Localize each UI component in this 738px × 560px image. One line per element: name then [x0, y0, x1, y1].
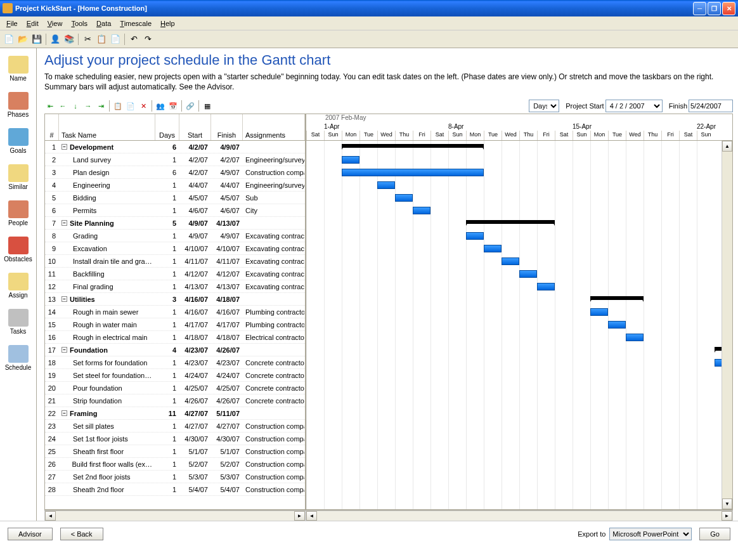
- task-row[interactable]: 22 −Framing 11 4/27/07 5/11/07: [45, 407, 305, 420]
- scroll-right-icon[interactable]: ►: [722, 511, 732, 521]
- task-row[interactable]: 5 Bidding 1 4/5/07 4/5/07 Sub: [45, 192, 305, 204]
- scroll-left-icon[interactable]: ◄: [306, 511, 317, 521]
- back-button[interactable]: < Back: [60, 528, 103, 540]
- finish-cell[interactable]: 4/16/07: [211, 308, 243, 316]
- menu-timescale[interactable]: Timescale: [116, 18, 155, 29]
- task-row[interactable]: 2 Land survey 1 4/2/07 4/2/07 Engineerin…: [45, 153, 305, 166]
- task-row[interactable]: 14 Rough in main sewer 1 4/16/07 4/16/07…: [45, 306, 305, 318]
- start-cell[interactable]: 4/27/07: [179, 422, 211, 430]
- chart-body[interactable]: [306, 141, 732, 509]
- task-row[interactable]: 15 Rough in water main 1 4/17/07 4/17/07…: [45, 318, 305, 331]
- sidebar-item-goals[interactable]: Goals: [0, 124, 36, 160]
- finish-cell[interactable]: 4/26/07: [211, 397, 243, 405]
- start-cell[interactable]: 4/27/07: [179, 410, 211, 417]
- days-cell[interactable]: 1: [155, 473, 179, 481]
- task-name-cell[interactable]: Pour foundation: [59, 384, 155, 392]
- copy-button[interactable]: 📋: [95, 33, 108, 46]
- assignment-cell[interactable]: Excavating contractor: [243, 283, 305, 290]
- task-name-cell[interactable]: Build first floor walls (ex…: [59, 460, 155, 468]
- task-row[interactable]: 12 Final grading 1 4/13/07 4/13/07 Excav…: [45, 280, 305, 293]
- task-name-cell[interactable]: −Site Planning: [59, 219, 155, 227]
- task-row[interactable]: 1 −Development 6 4/2/07 4/9/07: [45, 141, 305, 153]
- nav-today-icon[interactable]: ↓: [70, 100, 81, 112]
- open-button[interactable]: 📂: [16, 33, 29, 46]
- days-cell[interactable]: 1: [155, 321, 179, 329]
- task-row[interactable]: 7 −Site Planning 5 4/9/07 4/13/07: [45, 217, 305, 230]
- collapse-icon[interactable]: −: [62, 220, 67, 226]
- finish-cell[interactable]: 4/18/07: [211, 296, 243, 303]
- task-name-cell[interactable]: Final grading: [59, 283, 155, 290]
- finish-input[interactable]: [689, 100, 733, 112]
- finish-cell[interactable]: 4/5/07: [211, 194, 243, 202]
- finish-cell[interactable]: 4/26/07: [211, 346, 243, 354]
- sidebar-item-similar[interactable]: Similar: [0, 160, 36, 197]
- minimize-button[interactable]: ─: [693, 2, 706, 15]
- resource-icon[interactable]: 👥: [155, 100, 166, 112]
- assignment-cell[interactable]: Sub: [243, 194, 305, 202]
- finish-cell[interactable]: 4/27/07: [211, 422, 243, 430]
- library-button[interactable]: 📚: [63, 33, 75, 46]
- days-cell[interactable]: 1: [155, 460, 179, 468]
- finish-cell[interactable]: 4/23/07: [211, 359, 243, 367]
- start-cell[interactable]: 4/4/07: [179, 181, 211, 189]
- col-header-start[interactable]: Start: [179, 114, 211, 140]
- grid-icon[interactable]: ▦: [202, 100, 213, 112]
- task-name-cell[interactable]: Strip foundation: [59, 397, 155, 405]
- task-name-cell[interactable]: Excavation: [59, 245, 155, 252]
- menu-edit[interactable]: Edit: [23, 18, 42, 29]
- start-cell[interactable]: 4/30/07: [179, 435, 211, 443]
- days-cell[interactable]: 1: [155, 232, 179, 240]
- menu-file[interactable]: File: [3, 18, 22, 29]
- finish-cell[interactable]: 4/4/07: [211, 181, 243, 189]
- calendar-icon[interactable]: 📅: [167, 100, 179, 112]
- insert-icon[interactable]: 📄: [125, 100, 136, 112]
- start-cell[interactable]: 4/13/07: [179, 283, 211, 290]
- col-header-finish[interactable]: Finish: [211, 114, 243, 140]
- task-row[interactable]: 20 Pour foundation 1 4/25/07 4/25/07 Con…: [45, 382, 305, 394]
- advisor-button[interactable]: 👤: [49, 33, 62, 46]
- task-row[interactable]: 8 Grading 1 4/9/07 4/9/07 Excavating con…: [45, 230, 305, 242]
- sidebar-item-phases[interactable]: Phases: [0, 88, 36, 124]
- task-name-cell[interactable]: Set 2nd floor joists: [59, 473, 155, 481]
- summary-bar[interactable]: [342, 144, 484, 148]
- scroll-up-icon[interactable]: ▲: [722, 141, 732, 152]
- col-header-name[interactable]: Task Name: [59, 114, 155, 140]
- start-cell[interactable]: 4/16/07: [179, 308, 211, 316]
- task-name-cell[interactable]: Set steel for foundation…: [59, 372, 155, 379]
- assignment-cell[interactable]: Excavating contractor: [243, 245, 305, 252]
- task-name-cell[interactable]: Bidding: [59, 194, 155, 202]
- finish-cell[interactable]: 5/3/07: [211, 473, 243, 481]
- task-name-cell[interactable]: Set 1st floor joists: [59, 435, 155, 443]
- finish-cell[interactable]: 4/25/07: [211, 384, 243, 392]
- days-cell[interactable]: 6: [155, 169, 179, 176]
- col-header-assign[interactable]: Assignments: [243, 114, 305, 140]
- task-row[interactable]: 11 Backfilling 1 4/12/07 4/12/07 Excavat…: [45, 268, 305, 280]
- vertical-scrollbar[interactable]: ▲ ▼: [722, 141, 732, 509]
- task-bar[interactable]: [484, 245, 502, 252]
- new-button[interactable]: 📄: [3, 33, 15, 46]
- assignment-cell[interactable]: Engineering/surveyors: [243, 156, 305, 164]
- days-cell[interactable]: 3: [155, 296, 179, 303]
- finish-cell[interactable]: 4/17/07: [211, 321, 243, 329]
- nav-first-icon[interactable]: ⇤: [44, 100, 56, 112]
- assignment-cell[interactable]: Construction company: [243, 435, 305, 443]
- days-cell[interactable]: 1: [155, 486, 179, 493]
- days-cell[interactable]: 11: [155, 410, 179, 417]
- advisor-button[interactable]: Advisor: [8, 528, 53, 540]
- start-cell[interactable]: 4/23/07: [179, 346, 211, 354]
- start-cell[interactable]: 4/26/07: [179, 397, 211, 405]
- finish-cell[interactable]: 4/12/07: [211, 270, 243, 278]
- project-start-select[interactable]: 4 / 2 / 2007: [605, 100, 663, 112]
- task-row[interactable]: 27 Set 2nd floor joists 1 5/3/07 5/3/07 …: [45, 471, 305, 483]
- start-cell[interactable]: 4/9/07: [179, 219, 211, 227]
- sidebar-item-assign[interactable]: Assign: [0, 269, 36, 305]
- task-bar[interactable]: [626, 334, 644, 341]
- days-cell[interactable]: 1: [155, 283, 179, 290]
- notes-icon[interactable]: 📋: [112, 100, 124, 112]
- task-name-cell[interactable]: −Development: [59, 143, 155, 151]
- assignment-cell[interactable]: Concrete contractor: [243, 359, 305, 367]
- days-cell[interactable]: 1: [155, 372, 179, 379]
- task-name-cell[interactable]: Backfilling: [59, 270, 155, 278]
- task-name-cell[interactable]: Set sill plates: [59, 422, 155, 430]
- start-cell[interactable]: 4/10/07: [179, 245, 211, 252]
